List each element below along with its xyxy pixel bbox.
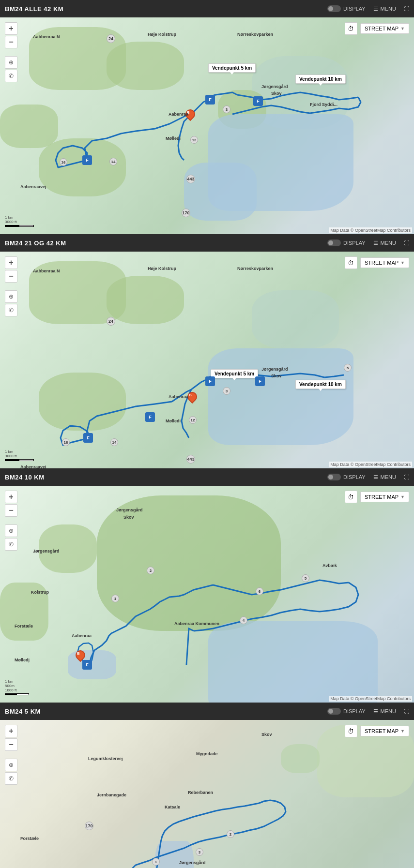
map-header-4: BM24 5 KM DISPLAY ☰ MENU ⛶	[0, 703, 414, 720]
map-title-2: BM24 21 OG 42 KM	[5, 239, 66, 247]
clock-btn-2[interactable]: ⏱	[345, 256, 357, 269]
scale-bar-1	[5, 225, 34, 227]
badge-3-2: 3	[223, 387, 230, 395]
menu-btn-1[interactable]: ☰ MENU	[373, 6, 396, 12]
menu-label-2: MENU	[381, 240, 396, 246]
blue-marker-2c: F	[83, 433, 93, 443]
water-2	[184, 163, 257, 221]
zoom-out-btn-1[interactable]: −	[5, 36, 17, 48]
badge-3: 3	[223, 105, 230, 113]
street-map-btn-4[interactable]: STREET MAP ▼	[360, 726, 409, 736]
toggle-switch-2[interactable]	[327, 239, 341, 246]
menu-btn-2[interactable]: ☰ MENU	[373, 240, 396, 246]
expand-icon-4: ⛶	[404, 708, 409, 714]
zoom-out-btn-3[interactable]: −	[5, 504, 17, 517]
display-toggle-1[interactable]: DISPLAY	[327, 5, 366, 12]
label-hoje-kolstrup: Høje Kolstrup	[148, 32, 176, 37]
clock-btn-1[interactable]: ⏱	[345, 22, 357, 35]
terrain-2-2	[107, 276, 184, 324]
badge-170-4: 170	[85, 822, 93, 830]
zoom-controls-1: + −	[5, 22, 17, 48]
cursor-tool-1[interactable]: ⊕	[5, 56, 17, 69]
badge-5-3: 5	[302, 574, 309, 582]
expand-btn-2[interactable]: ⛶	[404, 240, 409, 246]
zoom-out-btn-2[interactable]: −	[5, 270, 17, 283]
terrain-3	[0, 105, 58, 148]
phone-tool-2[interactable]: ✆	[5, 304, 17, 316]
map-title-3: BM24 10 KM	[5, 474, 45, 481]
map-header-2: BM24 21 OG 42 KM DISPLAY ☰ MENU ⛶	[0, 234, 414, 252]
tool-controls-4: ⊕ ✆	[5, 759, 17, 785]
label-aabenraa-1: Aabenraa	[169, 112, 188, 117]
street-map-btn-1[interactable]: STREET MAP ▼	[360, 23, 409, 34]
expand-icon-1: ⛶	[404, 6, 409, 12]
zoom-in-btn-2[interactable]: +	[5, 256, 17, 269]
expand-btn-4[interactable]: ⛶	[404, 708, 409, 714]
map-header-3: BM24 10 KM DISPLAY ☰ MENU ⛶	[0, 468, 414, 486]
map-canvas-4: 1 2 3 4 5 Aabenraa Forstæle Vestergade J…	[0, 720, 414, 868]
badge-6-3: 6	[256, 587, 263, 595]
map-section-1: BM24 ALLE 42 KM DISPLAY ☰ MENU ⛶	[0, 0, 414, 234]
menu-label-3: MENU	[381, 474, 396, 480]
phone-tool-3[interactable]: ✆	[5, 538, 17, 551]
label-norreskovparken: Nørreskovparken	[237, 32, 273, 37]
display-toggle-3[interactable]: DISPLAY	[327, 474, 366, 480]
scale-bar-2	[5, 459, 34, 461]
zoom-in-btn-4[interactable]: +	[5, 725, 17, 737]
display-toggle-2[interactable]: DISPLAY	[327, 239, 366, 246]
menu-btn-4[interactable]: ☰ MENU	[373, 708, 396, 715]
label-mygndade: Mygndade	[196, 751, 218, 756]
blue-marker-1b: F	[253, 96, 263, 106]
toggle-switch-3[interactable]	[327, 474, 341, 480]
blue-marker-1c: F	[82, 155, 92, 165]
menu-btn-3[interactable]: ☰ MENU	[373, 474, 396, 480]
display-label-2: DISPLAY	[343, 240, 366, 246]
chevron-icon-2: ▼	[400, 260, 405, 265]
clock-btn-3[interactable]: ⏱	[345, 491, 357, 503]
cursor-tool-4[interactable]: ⊕	[5, 759, 17, 771]
menu-label-4: MENU	[381, 708, 396, 714]
waypoint-tooltip-1a: Vendepunkt 5 km	[208, 63, 256, 73]
top-controls-4: ⏱ STREET MAP ▼	[345, 725, 409, 737]
expand-btn-3[interactable]: ⛶	[404, 474, 409, 480]
toggle-switch-1[interactable]	[327, 5, 341, 12]
map-title-1: BM24 ALLE 42 KM	[5, 5, 63, 13]
toggle-switch-4[interactable]	[327, 708, 341, 715]
badge-1-3: 1	[111, 595, 119, 602]
zoom-controls-4: + −	[5, 725, 17, 751]
terrain-2-4	[39, 373, 126, 431]
street-map-btn-2[interactable]: STREET MAP ▼	[360, 257, 409, 268]
label-molledi-3: Mølledj	[15, 658, 30, 662]
cursor-tool-3[interactable]: ⊕	[5, 524, 17, 537]
zoom-in-btn-1[interactable]: +	[5, 22, 17, 35]
clock-btn-4[interactable]: ⏱	[345, 725, 357, 737]
label-aabbenraa-n-2: Aabbenraa N	[33, 269, 60, 273]
header-controls-2: DISPLAY ☰ MENU ⛶	[327, 239, 409, 246]
phone-tool-4[interactable]: ✆	[5, 772, 17, 785]
badge-5-2: 5	[344, 364, 352, 372]
street-map-label-2: STREET MAP	[365, 260, 399, 266]
cursor-tool-2[interactable]: ⊕	[5, 290, 17, 303]
expand-icon-2: ⛶	[404, 240, 409, 246]
street-map-btn-3[interactable]: STREET MAP ▼	[360, 492, 409, 502]
scale-bar-3	[5, 693, 29, 695]
phone-tool-1[interactable]: ✆	[5, 70, 17, 82]
badge-1-4: 1	[152, 858, 160, 866]
display-label-4: DISPLAY	[343, 708, 366, 714]
map-header-1: BM24 ALLE 42 KM DISPLAY ☰ MENU ⛶	[0, 0, 414, 17]
label-aabenraavej-1: Aabenraavej	[20, 184, 46, 189]
blue-marker-2a: F	[205, 376, 215, 386]
display-toggle-4[interactable]: DISPLAY	[327, 708, 366, 715]
label-aabenraavej-2: Aabenraavej	[20, 464, 46, 468]
zoom-out-btn-4[interactable]: −	[5, 738, 17, 751]
terrain-4	[39, 138, 126, 196]
zoom-in-btn-3[interactable]: +	[5, 491, 17, 503]
label-hoje-kolstrup-2: Høje Kolstrup	[148, 266, 176, 271]
label-skog-2: Skov	[271, 374, 282, 378]
expand-btn-1[interactable]: ⛶	[404, 6, 409, 12]
expand-icon-3: ⛶	[404, 474, 409, 480]
badge-16-2: 16	[62, 438, 70, 446]
attribution-1: Map Data © OpenStreetMap Contributors	[329, 227, 412, 233]
badge-443-1: 443	[186, 175, 195, 183]
map-scale-3: 1 km 500m 1000 ft	[5, 679, 29, 695]
